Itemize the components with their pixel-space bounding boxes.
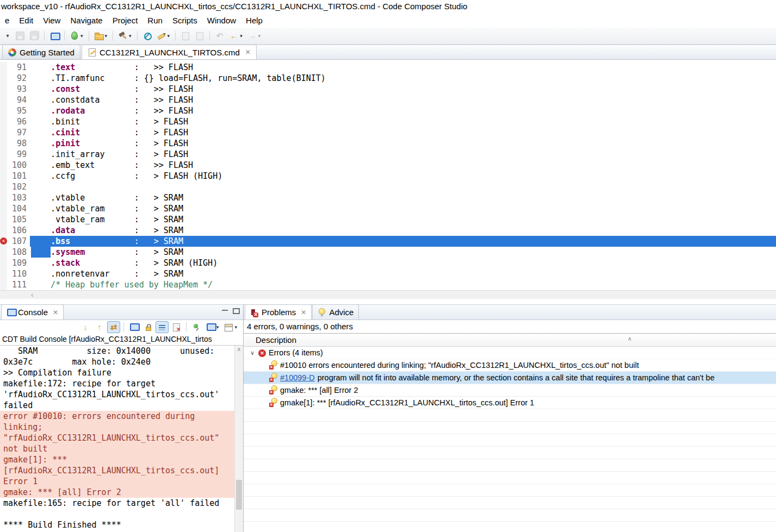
open-console-button[interactable]: ▾ — [222, 321, 239, 333]
editor-tab-cc1312r1-launchxl-tirtos-cmd[interactable]: CC1312R1_LAUNCHXL_TIRTOS.cmd✕ — [82, 45, 257, 59]
editor-tab-getting-started[interactable]: Getting Started — [2, 45, 80, 59]
close-icon[interactable]: ✕ — [245, 48, 251, 56]
maximize-icon[interactable] — [233, 308, 240, 314]
tab-advice[interactable]: Advice — [312, 304, 359, 320]
code-line[interactable]: 102 — [0, 181, 776, 192]
code-line[interactable]: 98 .pinit : > FLASH — [0, 138, 776, 149]
menu-edit[interactable]: Edit — [14, 14, 38, 27]
dropdown-arrow-icon[interactable]: ▾ — [167, 33, 170, 39]
dropdown-arrow-icon[interactable]: ▾ — [129, 33, 132, 39]
menu-window[interactable]: Window — [202, 14, 241, 27]
problem-row[interactable]: #10010 errors encountered during linking… — [244, 359, 776, 372]
code-text[interactable]: vtable_ram : > SRAM — [30, 214, 776, 225]
code-text[interactable]: .text : >> FLASH — [30, 62, 776, 73]
code-line[interactable]: 108 .sysmem : > SRAM — [0, 247, 776, 258]
problem-row[interactable]: #10099-D program will not fit into avail… — [244, 372, 776, 384]
code-text[interactable]: .nonretenvar : > SRAM — [30, 268, 776, 279]
word-wrap-button[interactable] — [156, 321, 169, 333]
description-column-header[interactable]: Description ∧ — [244, 334, 776, 347]
scroll-left-arrow-icon[interactable]: ‹ — [31, 291, 33, 299]
code-text[interactable]: .bss : > SRAM — [30, 236, 776, 247]
code-line[interactable]: 92 .TI.ramfunc : {} load=FLASH, run=SRAM… — [0, 73, 776, 84]
clear-console-button[interactable] — [170, 321, 183, 333]
pin-console-button[interactable] — [190, 321, 203, 333]
dropdown-arrow-icon[interactable]: ▾ — [258, 33, 261, 39]
code-text[interactable]: .init_array : > FLASH — [30, 149, 776, 160]
code-line[interactable]: 105 vtable_ram : > SRAM — [0, 214, 776, 225]
menu-run[interactable]: Run — [142, 14, 167, 27]
console-lock-button[interactable] — [141, 321, 154, 333]
scroll-down-button[interactable]: ↓ — [79, 321, 92, 333]
console-vertical-scrollbar[interactable]: ∧ — [234, 346, 243, 532]
problem-row[interactable]: gmake[1]: *** [rfAudioRx_CC1312R1_LAUNCH… — [244, 397, 776, 409]
code-line[interactable]: 100 .emb_text : >> FLASH — [0, 160, 776, 171]
code-text[interactable]: .emb_text : >> FLASH — [30, 160, 776, 171]
code-line[interactable]: 96 .binit : > FLASH — [0, 116, 776, 127]
code-line[interactable]: 97 .cinit : > FLASH — [0, 127, 776, 138]
tab-problems[interactable]: Problems✕ — [245, 304, 312, 320]
back-button[interactable]: ←▾ — [227, 30, 245, 42]
code-text[interactable]: .constdata : >> FLASH — [30, 95, 776, 105]
build-button[interactable]: ▾ — [116, 30, 134, 42]
console-output[interactable]: SRAM size: 0x14000 unused:0x3e7c max hol… — [0, 346, 234, 532]
menu-project[interactable]: Project — [108, 14, 143, 27]
menu-scripts[interactable]: Scripts — [167, 14, 202, 27]
code-text[interactable]: .const : >> FLASH — [30, 84, 776, 95]
console-overlay-button[interactable] — [127, 321, 140, 333]
menu-navigate[interactable]: Navigate — [65, 14, 107, 27]
import-button[interactable]: ▾ — [92, 30, 110, 42]
code-text[interactable]: .vtable : > SRAM — [30, 192, 776, 203]
code-line[interactable]: 104 .vtable_ram : > SRAM — [0, 203, 776, 214]
code-text[interactable]: .rodata : >> FLASH — [30, 105, 776, 116]
scroll-up-arrow-icon[interactable]: ∧ — [235, 346, 243, 353]
code-text[interactable]: /* Heap buffer used by HeapMem */ — [30, 279, 776, 290]
code-text[interactable]: .data : > SRAM — [30, 225, 776, 236]
minimize-icon[interactable] — [221, 308, 228, 314]
problem-row[interactable]: gmake: *** [all] Error 2 — [244, 384, 776, 397]
code-line[interactable]: 94 .constdata : >> FLASH — [0, 95, 776, 105]
code-text[interactable] — [30, 181, 776, 192]
code-line[interactable]: ✕107 .bss : > SRAM — [0, 236, 776, 247]
chevron-down-icon[interactable]: ∨ — [249, 349, 256, 356]
swap-arrows-button[interactable]: ⇄ — [107, 321, 120, 333]
code-line[interactable]: 99 .init_array : > FLASH — [0, 149, 776, 160]
scroll-up-button[interactable]: ↑ — [93, 321, 106, 333]
target-config-button[interactable] — [48, 30, 61, 42]
code-line[interactable]: 106 .data : > SRAM — [0, 225, 776, 236]
problem-link[interactable]: #10099-D — [280, 373, 315, 382]
menu-view[interactable]: View — [38, 14, 65, 27]
code-text[interactable]: .TI.ramfunc : {} load=FLASH, run=SRAM, t… — [30, 73, 776, 84]
code-line[interactable]: 101 .ccfg : > FLASH (HIGH) — [0, 171, 776, 181]
code-text[interactable]: .ccfg : > FLASH (HIGH) — [30, 171, 776, 181]
debug-button[interactable]: ▾ — [68, 30, 85, 42]
menu-dropdown-button[interactable]: ▾ — [3, 30, 13, 42]
code-text[interactable]: .cinit : > FLASH — [30, 127, 776, 138]
tab-console[interactable]: Console ✕ — [1, 304, 64, 320]
code-text[interactable]: .sysmem : > SRAM — [30, 247, 776, 258]
code-text[interactable]: .stack : > SRAM (HIGH) — [30, 258, 776, 268]
code-text[interactable]: .vtable_ram : > SRAM — [30, 203, 776, 214]
code-line[interactable]: 109 .stack : > SRAM (HIGH) — [0, 258, 776, 268]
code-text[interactable]: .pinit : > FLASH — [30, 138, 776, 149]
dropdown-arrow-icon[interactable]: ▾ — [240, 33, 243, 39]
dropdown-arrow-icon[interactable]: ▾ — [216, 324, 219, 330]
code-text[interactable]: .binit : > FLASH — [30, 116, 776, 127]
editor-horizontal-scrollbar[interactable]: ‹ — [0, 290, 776, 299]
code-line[interactable]: 93 .const : >> FLASH — [0, 84, 776, 95]
code-line[interactable]: 111 /* Heap buffer used by HeapMem */ — [0, 279, 776, 290]
code-editor[interactable]: 91 .text : >> FLASH92 .TI.ramfunc : {} l… — [0, 60, 776, 290]
close-icon[interactable]: ✕ — [53, 309, 58, 316]
dropdown-arrow-icon[interactable]: ▾ — [234, 324, 237, 330]
errors-group-row[interactable]: ∨✕Errors (4 items) — [244, 347, 776, 359]
scrollbar-thumb[interactable] — [236, 480, 242, 510]
close-icon[interactable]: ✕ — [301, 309, 306, 316]
lens-button[interactable] — [141, 30, 154, 42]
menu-e[interactable]: e — [0, 14, 14, 27]
code-line[interactable]: 103 .vtable : > SRAM — [0, 192, 776, 203]
pencil-button[interactable]: ▾ — [155, 30, 172, 42]
dropdown-arrow-icon[interactable]: ▾ — [80, 33, 83, 39]
dropdown-arrow-icon[interactable]: ▾ — [105, 33, 108, 39]
code-line[interactable]: 110 .nonretenvar : > SRAM — [0, 268, 776, 279]
code-line[interactable]: 95 .rodata : >> FLASH — [0, 105, 776, 116]
display-console-button[interactable]: ▾ — [204, 321, 221, 333]
